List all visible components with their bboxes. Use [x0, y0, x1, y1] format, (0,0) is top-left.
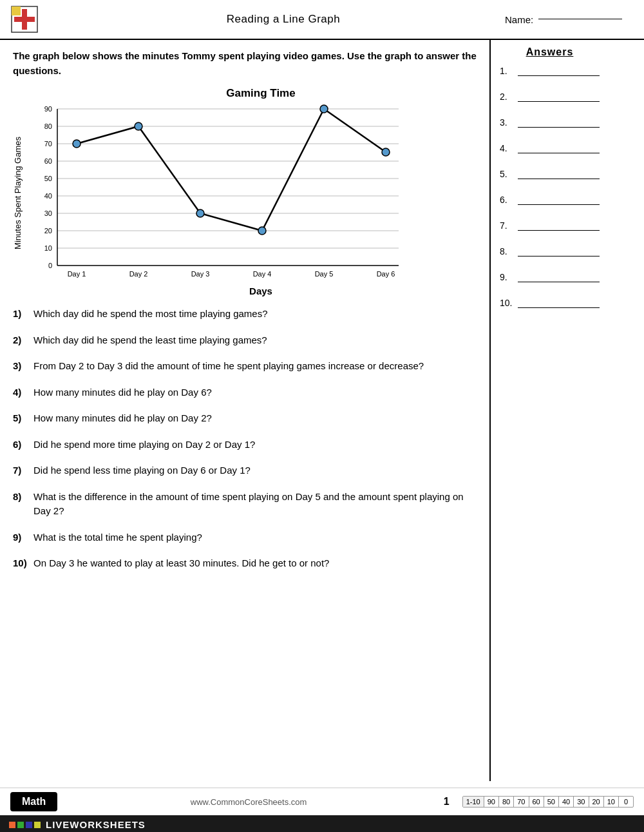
question-text: From Day 2 to Day 3 did the amount of ti…	[33, 359, 477, 374]
question-text: What is the difference in the amount of …	[33, 490, 477, 519]
question-text: Did he spend less time playing on Day 6 …	[33, 463, 477, 478]
answer-num: 5.	[500, 169, 518, 179]
score-cell: 90	[484, 797, 499, 807]
svg-rect-3	[12, 6, 21, 15]
svg-point-36	[382, 148, 390, 156]
question-text: How many minutes did he play on Day 6?	[33, 385, 477, 400]
liveworksheets-label: LIVEWORKSHEETS	[46, 819, 146, 830]
y-axis-label: Minutes Spent Playing Games	[13, 137, 23, 249]
name-label: Name:	[505, 14, 533, 25]
svg-point-34	[258, 227, 266, 235]
answer-num: 10.	[500, 298, 518, 308]
page-number: 1	[444, 796, 450, 808]
answer-line	[518, 271, 600, 282]
question-text: Which day did he spend the most time pla…	[33, 307, 477, 322]
answers-list: 1.2.3.4.5.6.7.8.9.10.	[500, 64, 600, 308]
svg-text:0: 0	[48, 262, 52, 269]
svg-point-32	[135, 122, 142, 130]
answer-num: 8.	[500, 246, 518, 256]
answer-item: 6.	[500, 193, 600, 205]
svg-text:30: 30	[44, 209, 52, 217]
question-num: 1)	[13, 307, 33, 322]
footer-url: www.CommonCoreSheets.com	[66, 797, 430, 807]
answers-panel: Answers 1.2.3.4.5.6.7.8.9.10.	[489, 40, 609, 781]
answer-item: 5.	[500, 168, 600, 179]
svg-text:Day 6: Day 6	[377, 270, 395, 278]
svg-text:Day 4: Day 4	[253, 270, 272, 278]
question-text: How many minutes did he play on Day 2?	[33, 411, 477, 426]
question-item: 2)Which day did he spend the least time …	[13, 333, 477, 348]
score-cell: 70	[514, 797, 529, 807]
answer-item: 9.	[500, 271, 600, 282]
logo-cross-icon	[10, 5, 39, 34]
answer-num: 1.	[500, 66, 518, 76]
answer-line	[518, 245, 600, 256]
question-item: 10)On Day 3 he wanted to play at least 3…	[13, 556, 477, 571]
svg-point-33	[196, 209, 204, 217]
question-item: 8)What is the difference in the amount o…	[13, 490, 477, 519]
answer-item: 7.	[500, 219, 600, 231]
lw-sq-4	[34, 822, 41, 828]
svg-text:80: 80	[44, 122, 52, 130]
answer-item: 1.	[500, 64, 600, 76]
answer-num: 3.	[500, 117, 518, 128]
answer-num: 7.	[500, 220, 518, 231]
answer-item: 8.	[500, 245, 600, 256]
question-num: 8)	[13, 490, 33, 519]
question-num: 7)	[13, 463, 33, 478]
answer-line	[518, 296, 600, 308]
question-num: 9)	[13, 530, 33, 545]
answer-num: 6.	[500, 195, 518, 205]
question-num: 10)	[13, 556, 33, 571]
question-num: 5)	[13, 411, 33, 426]
question-item: 4)How many minutes did he play on Day 6?	[13, 385, 477, 400]
svg-text:40: 40	[44, 192, 52, 200]
questions-section: 1)Which day did he spend the most time p…	[13, 307, 477, 571]
lw-sq-3	[26, 822, 32, 828]
svg-text:20: 20	[44, 227, 52, 235]
svg-text:Day 1: Day 1	[68, 270, 86, 278]
svg-text:60: 60	[44, 157, 52, 165]
svg-text:10: 10	[44, 244, 52, 252]
score-cell: 30	[574, 797, 589, 807]
question-item: 1)Which day did he spend the most time p…	[13, 307, 477, 322]
question-text: Which day did he spend the least time pl…	[33, 333, 477, 348]
svg-text:Day 3: Day 3	[191, 270, 210, 278]
question-item: 6)Did he spend more time playing on Day …	[13, 438, 477, 452]
svg-text:Day 5: Day 5	[315, 270, 334, 278]
x-axis-label: Days	[45, 285, 477, 296]
score-cells: 9080706050403020100	[484, 797, 633, 807]
score-cell: 80	[499, 797, 514, 807]
svg-point-31	[73, 140, 80, 148]
score-label: 1-10	[463, 797, 484, 807]
header-title: Reading a Line Graph	[62, 13, 505, 26]
answer-item: 3.	[500, 116, 600, 128]
page-footer: Math www.CommonCoreSheets.com 1 1-10 908…	[0, 788, 644, 815]
liveworksheets-bar: LIVEWORKSHEETS	[0, 815, 644, 832]
intro-text: The graph below shows the minutes Tommy …	[13, 49, 477, 78]
question-item: 7)Did he spend less time playing on Day …	[13, 463, 477, 478]
question-item: 5)How many minutes did he play on Day 2?	[13, 411, 477, 426]
svg-text:50: 50	[44, 175, 52, 182]
svg-text:90: 90	[44, 105, 52, 113]
question-num: 3)	[13, 359, 33, 374]
question-item: 9)What is the total time he spent playin…	[13, 530, 477, 545]
answer-line	[518, 219, 600, 231]
question-text: What is the total time he spent playing?	[33, 530, 477, 545]
question-num: 4)	[13, 385, 33, 400]
main-content: The graph below shows the minutes Tommy …	[0, 40, 644, 781]
answer-line	[518, 64, 600, 76]
answer-num: 9.	[500, 272, 518, 282]
lw-sq-1	[9, 822, 15, 828]
answer-item: 4.	[500, 142, 600, 153]
math-badge: Math	[10, 792, 57, 811]
line-chart-svg: 90 80 70 60 50 40 30 20 10 0 Day 1	[25, 102, 424, 283]
answer-line	[518, 142, 600, 153]
question-text: Did he spend more time playing on Day 2 …	[33, 438, 477, 452]
answers-title: Answers	[500, 46, 600, 58]
name-underline	[538, 19, 622, 19]
answer-num: 2.	[500, 92, 518, 102]
score-cell: 20	[589, 797, 604, 807]
score-table: 1-10 9080706050403020100	[462, 796, 634, 808]
score-cell: 0	[619, 797, 633, 807]
